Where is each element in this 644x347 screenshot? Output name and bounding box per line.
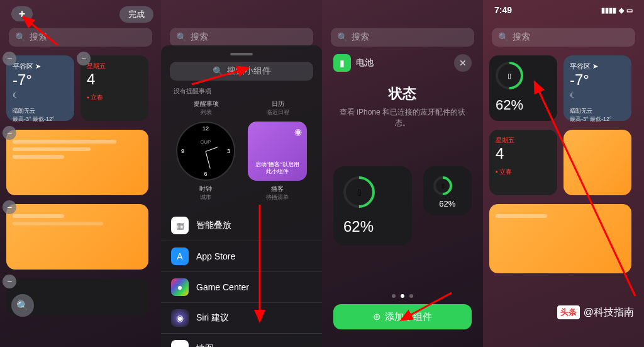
svg-line-3 xyxy=(401,293,452,320)
detail-title: 状态 xyxy=(333,84,472,103)
weather-widget[interactable]: − 平谷区 ➤ -7° ☾ 晴朗无云 最高-3° 最低-12° xyxy=(6,55,74,121)
app-icon: ◉ xyxy=(171,309,189,327)
signal-icon: ▮▮▮▮ xyxy=(601,6,616,14)
annotation-arrow xyxy=(189,64,264,89)
phone-icon: ▯ xyxy=(508,72,511,80)
annotation-arrow xyxy=(14,14,64,52)
calendar-date: 4 xyxy=(87,71,142,88)
watermark-badge: 头条 xyxy=(557,305,580,319)
notes-widget[interactable]: − xyxy=(6,130,148,195)
moon-icon: ☾ xyxy=(13,91,68,100)
battery-widget-large-preview[interactable]: ▯ 62% xyxy=(333,166,412,246)
search-icon: 🔍 xyxy=(498,32,509,42)
plus-icon: ⊕ xyxy=(373,311,381,322)
battery-icon: ▮ xyxy=(333,54,351,72)
app-list-item[interactable]: ▦智能叠放 xyxy=(161,210,322,241)
widget-gallery-sheet: 🔍 搜索小组件 没有提醒事项 提醒事项列表 日历临近日程 12 6 9 3 xyxy=(161,45,322,347)
annotation-arrow xyxy=(250,202,269,327)
location-icon: ➤ xyxy=(592,62,598,71)
battery-app-tag: ▮ 电池 xyxy=(333,54,374,72)
location-icon: ➤ xyxy=(35,62,41,71)
preview-label: 时钟 xyxy=(176,185,235,193)
weather-location: 平谷区 ➤ xyxy=(13,62,68,71)
watermark: 头条 @科技指南 xyxy=(557,305,634,319)
search-input[interactable]: 🔍 搜索 xyxy=(492,28,635,47)
search-icon: 🔍 xyxy=(16,300,29,312)
notes-widget[interactable]: − xyxy=(6,204,148,270)
app-icon: ✈ xyxy=(171,340,189,347)
remove-widget-button[interactable]: − xyxy=(3,275,16,288)
watermark-text: @科技指南 xyxy=(584,306,634,319)
podcast-widget-preview[interactable]: ◉ 启动"播客"以启用此小组件 xyxy=(248,122,307,181)
status-bar: 7:49 ▮▮▮▮ ◈ ▭ xyxy=(483,5,644,15)
app-list-item[interactable]: ●Game Center xyxy=(161,272,322,303)
remove-widget-button[interactable]: − xyxy=(77,52,91,65)
app-list: ▦智能叠放AApp Store●Game Center◉Siri 建议✈地图 xyxy=(161,210,322,347)
search-input[interactable]: 🔍 搜索 xyxy=(331,28,474,47)
clock-widget-preview[interactable]: 12 6 9 3 xyxy=(176,122,235,181)
annotation-arrow xyxy=(528,76,641,302)
search-placeholder: 搜索 xyxy=(352,31,369,43)
preview-label: 播客 xyxy=(248,185,307,193)
weather-location: 平谷区 xyxy=(570,62,591,71)
search-input[interactable]: 🔍 搜索 xyxy=(170,28,313,47)
phone-icon: ▯ xyxy=(357,188,362,196)
app-label: App Store xyxy=(196,251,235,261)
phone-icon: ▯ xyxy=(441,183,444,189)
app-list-item[interactable]: ✈地图 xyxy=(161,334,322,347)
preview-reminders: 提醒事项列表 xyxy=(194,100,219,117)
panel-widget-gallery: 🔍 搜索 🔍 搜索小组件 没有提醒事项 提醒事项列表 日历临近日程 12 6 9… xyxy=(161,0,322,347)
search-placeholder: 搜索 xyxy=(513,31,530,43)
search-button[interactable]: 🔍 xyxy=(11,294,34,317)
weather-condition: 晴朗无云 xyxy=(13,107,68,115)
app-label: 地图 xyxy=(196,343,214,347)
remove-widget-button[interactable]: − xyxy=(3,126,16,140)
svg-line-4 xyxy=(535,82,635,296)
battery-ring: ▯ xyxy=(490,56,529,95)
podcast-icon: ◉ xyxy=(294,127,302,137)
calendar-day: 星期五 xyxy=(87,62,142,71)
status-time: 7:49 xyxy=(494,5,512,15)
wifi-icon: ◈ xyxy=(619,6,624,14)
svg-line-1 xyxy=(192,68,248,84)
annotation-arrow xyxy=(395,290,458,327)
battery-percent: 62% xyxy=(343,218,402,236)
close-button[interactable]: ✕ xyxy=(454,54,472,72)
battery-ring: ▯ xyxy=(337,170,382,215)
weather-temp: -7° xyxy=(13,71,68,89)
svg-line-0 xyxy=(23,17,58,45)
sheet-grabber[interactable] xyxy=(230,53,253,55)
battery-widget-small-preview[interactable]: ▯ 62% xyxy=(423,166,472,215)
done-button[interactable]: 完成 xyxy=(119,6,153,23)
app-label: 智能叠放 xyxy=(196,220,231,231)
weather-range: 最高-3° 最低-12° xyxy=(13,115,68,123)
detail-subtitle: 查看 iPhone 和已连接的蓝牙配件的状态。 xyxy=(333,107,472,128)
app-icon: A xyxy=(171,247,189,265)
battery-status-icon: ▭ xyxy=(626,6,633,14)
app-list-item[interactable]: ◉Siri 建议 xyxy=(161,303,322,334)
remove-widget-button[interactable]: − xyxy=(3,52,16,65)
calendar-term: ▪ 立春 xyxy=(87,93,142,102)
search-icon: 🔍 xyxy=(337,32,348,42)
preview-sublabel: 城市 xyxy=(176,193,235,202)
battery-percent: 62% xyxy=(433,199,462,208)
podcast-hint: 启动"播客"以启用此小组件 xyxy=(253,161,302,176)
panel-edit-widgets: + 完成 🔍 搜索 − 平谷区 ➤ -7° ☾ 晴朗无云 最高-3° 最低-12… xyxy=(0,0,161,347)
clock-face: 12 6 9 3 xyxy=(176,122,235,181)
app-icon: ▦ xyxy=(171,217,189,234)
preview-sublabel: 待播清单 xyxy=(248,193,307,202)
battery-ring: ▯ xyxy=(429,173,455,199)
search-icon: 🔍 xyxy=(176,32,187,42)
app-label: Game Center xyxy=(196,282,249,292)
app-list-item[interactable]: AApp Store xyxy=(161,241,322,272)
remove-widget-button[interactable]: − xyxy=(3,200,16,214)
calendar-widget[interactable]: − 星期五 4 ▪ 立春 xyxy=(80,55,148,121)
app-label: Siri 建议 xyxy=(196,312,229,324)
search-placeholder: 搜索 xyxy=(191,31,208,43)
preview-calendar: 日历临近日程 xyxy=(267,100,289,117)
app-icon: ● xyxy=(171,278,189,296)
